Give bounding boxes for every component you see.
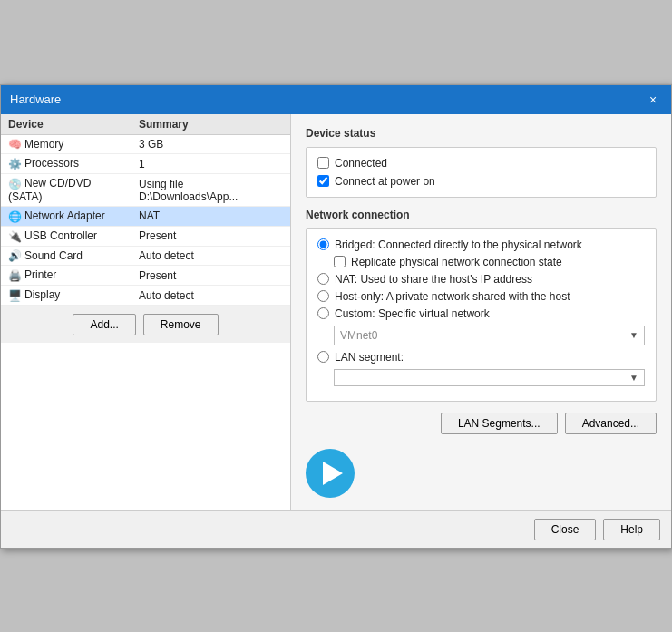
summary-cell: 3 GB <box>131 134 290 154</box>
replicate-checkbox[interactable] <box>334 256 346 267</box>
hardware-window: Hardware × Device Summary 🧠Memory 3 GB ⚙… <box>0 84 672 549</box>
summary-cell: Using file D:\Downloads\App... <box>131 174 290 207</box>
summary-cell: Present <box>131 266 290 286</box>
window-title: Hardware <box>10 92 61 106</box>
col-summary: Summary <box>131 114 290 135</box>
left-panel-footer: Add... Remove <box>1 306 290 343</box>
left-panel: Device Summary 🧠Memory 3 GB ⚙️Processors… <box>1 114 291 510</box>
host-only-label[interactable]: Host-only: A private network shared with… <box>335 290 570 303</box>
bridged-label[interactable]: Bridged: Connected directly to the physi… <box>335 238 582 251</box>
hardware-table: Device Summary 🧠Memory 3 GB ⚙️Processors… <box>1 114 290 306</box>
vmnet-dropdown[interactable]: VMnet0 ▼ <box>334 326 645 345</box>
connected-label[interactable]: Connected <box>335 157 387 170</box>
device-cell: 🧠Memory <box>1 134 131 154</box>
table-row[interactable]: 🧠Memory 3 GB <box>1 134 290 154</box>
device-cell: ⚙️Processors <box>1 154 131 174</box>
summary-cell: Auto detect <box>131 286 290 306</box>
lan-segment-radio[interactable] <box>317 351 329 363</box>
window-footer: Close Help <box>1 510 671 548</box>
lan-segment-row: LAN segment: <box>317 351 645 364</box>
usb-icon: 🔌 <box>8 230 21 243</box>
network-connection-section: Bridged: Connected directly to the physi… <box>306 228 657 402</box>
bridged-radio[interactable] <box>317 238 329 250</box>
device-cell: 🖨️Printer <box>1 266 131 286</box>
play-icon <box>323 462 343 485</box>
connected-checkbox[interactable] <box>317 157 329 169</box>
replicate-row: Replicate physical network connection st… <box>334 256 645 268</box>
remove-button[interactable]: Remove <box>143 314 219 335</box>
network-icon: 🌐 <box>8 210 21 223</box>
cd-icon: 💿 <box>8 178 21 190</box>
summary-cell: Auto detect <box>131 246 290 266</box>
lan-segment-dropdown[interactable]: ▼ <box>334 369 645 386</box>
advanced-button[interactable]: Advanced... <box>565 413 657 434</box>
bridged-row: Bridged: Connected directly to the physi… <box>317 238 645 251</box>
device-cell: 🔊Sound Card <box>1 246 131 266</box>
custom-radio[interactable] <box>317 307 329 319</box>
table-row[interactable]: 🔊Sound Card Auto detect <box>1 246 290 266</box>
device-status-section: Connected Connect at power on <box>306 147 657 198</box>
device-cell: 🖥️Display <box>1 286 131 306</box>
connected-row: Connected <box>317 157 645 170</box>
network-connection-title: Network connection <box>306 209 657 221</box>
help-button[interactable]: Help <box>603 519 660 540</box>
device-cell: 🔌USB Controller <box>1 226 131 246</box>
nat-label[interactable]: NAT: Used to share the host's IP address <box>335 273 532 286</box>
connect-power-row: Connect at power on <box>317 175 645 188</box>
sound-icon: 🔊 <box>8 249 21 262</box>
lan-segments-button[interactable]: LAN Segments... <box>441 413 558 434</box>
table-row[interactable]: 🌐Network Adapter NAT <box>1 206 290 226</box>
summary-cell: 1 <box>131 154 290 174</box>
device-status-title: Device status <box>306 127 657 140</box>
memory-icon: 🧠 <box>8 138 21 151</box>
custom-row: Custom: Specific virtual network <box>317 307 645 320</box>
table-row[interactable]: 🖥️Display Auto detect <box>1 286 290 306</box>
table-row[interactable]: ⚙️Processors 1 <box>1 154 290 174</box>
display-icon: 🖥️ <box>8 289 21 302</box>
summary-cell: Present <box>131 226 290 246</box>
right-panel: Device status Connected Connect at power… <box>291 114 671 510</box>
chevron-down-icon: ▼ <box>629 330 638 340</box>
lan-segment-label[interactable]: LAN segment: <box>335 351 404 364</box>
nat-row: NAT: Used to share the host's IP address <box>317 273 645 286</box>
action-buttons-row: LAN Segments... Advanced... <box>306 413 657 434</box>
connect-power-label[interactable]: Connect at power on <box>335 175 435 188</box>
replicate-label[interactable]: Replicate physical network connection st… <box>351 256 562 268</box>
cpu-icon: ⚙️ <box>8 158 21 170</box>
close-icon[interactable]: × <box>644 91 662 109</box>
host-only-radio[interactable] <box>317 290 329 302</box>
add-button[interactable]: Add... <box>73 314 135 335</box>
device-cell: 💿New CD/DVD (SATA) <box>1 174 131 207</box>
title-bar: Hardware × <box>1 85 671 114</box>
close-button[interactable]: Close <box>534 519 597 540</box>
printer-icon: 🖨️ <box>8 269 21 282</box>
table-row[interactable]: 🔌USB Controller Present <box>1 226 290 246</box>
col-device: Device <box>1 114 131 135</box>
nat-radio[interactable] <box>317 273 329 285</box>
table-row[interactable]: 🖨️Printer Present <box>1 266 290 286</box>
custom-label[interactable]: Custom: Specific virtual network <box>335 307 490 320</box>
play-button[interactable] <box>306 449 355 498</box>
chevron-down-icon2: ▼ <box>629 373 638 383</box>
summary-cell: NAT <box>131 206 290 226</box>
table-row[interactable]: 💿New CD/DVD (SATA) Using file D:\Downloa… <box>1 174 290 207</box>
window-body: Device Summary 🧠Memory 3 GB ⚙️Processors… <box>1 114 671 510</box>
device-cell: 🌐Network Adapter <box>1 206 131 226</box>
connect-power-checkbox[interactable] <box>317 175 329 187</box>
vmnet-value: VMnet0 <box>340 329 629 342</box>
host-only-row: Host-only: A private network shared with… <box>317 290 645 303</box>
